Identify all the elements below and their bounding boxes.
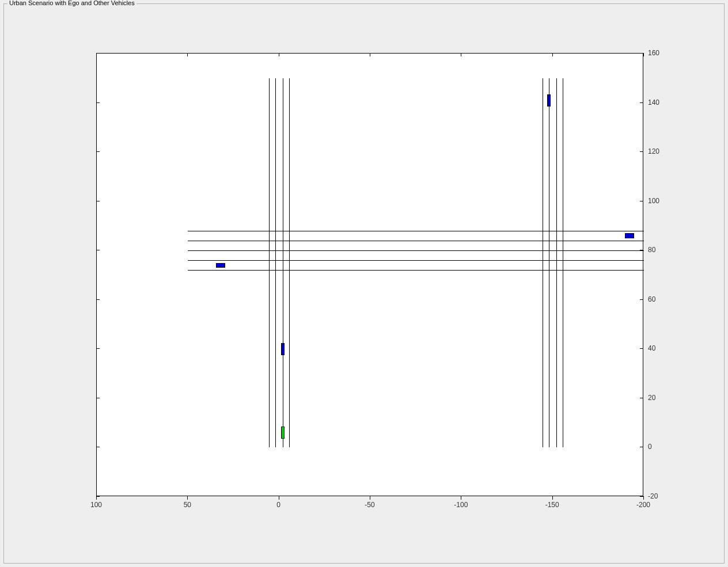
y-tick-label: 160 [648, 49, 659, 57]
y-tick-right [640, 447, 643, 447]
road-line-vertical [275, 78, 276, 448]
y-tick-label: 40 [648, 344, 655, 352]
road-line-horizontal [188, 241, 644, 241]
y-tick-label: 80 [648, 246, 655, 254]
x-tick-top [461, 53, 461, 56]
y-tick-right [640, 496, 643, 497]
road-line-vertical [543, 78, 543, 448]
vehicle-other-3 [625, 233, 634, 238]
panel-title: Urban Scenario with Ego and Other Vehicl… [7, 0, 136, 6]
x-tick-label: 50 [184, 501, 191, 509]
x-tick-top [552, 53, 553, 56]
x-tick [461, 496, 461, 500]
y-tick-right [640, 151, 643, 152]
x-tick-top [370, 53, 370, 56]
road-line-vertical [556, 78, 557, 448]
y-tick-right [640, 102, 643, 103]
road-line-horizontal [188, 231, 644, 231]
x-tick-top [643, 53, 644, 56]
y-tick-right [640, 299, 643, 300]
road-line-vertical [563, 78, 563, 448]
x-tick-label: -100 [454, 501, 468, 509]
axes[interactable] [96, 53, 643, 496]
y-tick-label: 0 [648, 443, 652, 451]
y-tick-left [96, 102, 100, 103]
y-tick-label: 60 [648, 295, 655, 303]
x-tick [279, 496, 279, 500]
road-line-vertical [283, 78, 283, 448]
y-tick-right [640, 201, 643, 201]
y-tick-label: 120 [648, 147, 659, 155]
y-tick-left [96, 299, 100, 300]
road-line-horizontal [188, 270, 644, 271]
road-line-horizontal [188, 260, 644, 261]
y-tick-left [96, 496, 100, 497]
road-line-horizontal [188, 250, 644, 251]
x-tick [643, 496, 644, 500]
x-tick-label: -200 [636, 501, 650, 509]
y-tick-left [96, 201, 100, 201]
y-tick-left [96, 53, 100, 54]
y-tick-left [96, 398, 100, 398]
x-tick [187, 496, 188, 500]
road-line-vertical [289, 78, 290, 448]
y-tick-right [640, 53, 643, 54]
y-tick-left [96, 250, 100, 250]
x-tick-label: -50 [365, 501, 374, 509]
y-tick-right [640, 250, 643, 250]
y-tick-left [96, 447, 100, 447]
y-tick-label: 100 [648, 197, 659, 205]
road-line-vertical [549, 78, 549, 448]
y-tick-right [640, 348, 643, 349]
x-tick-label: 100 [90, 501, 102, 509]
x-tick [370, 496, 370, 500]
figure-panel: Urban Scenario with Ego and Other Vehicl… [3, 3, 725, 564]
x-tick-top [187, 53, 188, 56]
y-tick-left [96, 151, 100, 152]
y-tick-right [640, 398, 643, 398]
x-tick-label: -150 [545, 501, 559, 509]
x-tick [552, 496, 553, 500]
y-tick-label: -20 [648, 492, 658, 500]
road-line-vertical [269, 78, 270, 448]
y-tick-left [96, 348, 100, 349]
y-tick-label: 140 [648, 98, 659, 106]
vehicle-other-2 [216, 263, 225, 268]
vehicle-other-4 [547, 94, 551, 106]
vehicle-other-1 [281, 343, 285, 355]
vehicle-ego [281, 427, 285, 439]
x-tick-top [279, 53, 279, 56]
y-tick-label: 20 [648, 394, 655, 402]
x-tick-label: 0 [276, 501, 280, 509]
